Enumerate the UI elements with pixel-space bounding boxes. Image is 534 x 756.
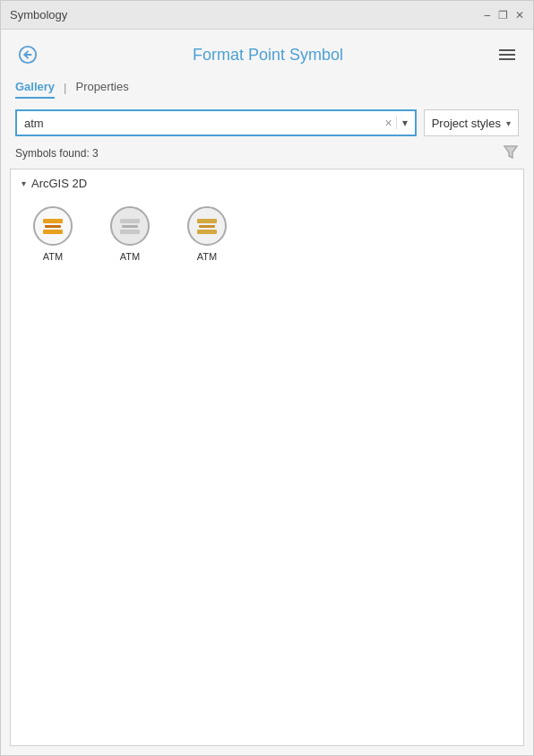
group-chevron-icon: ▾ (22, 178, 26, 188)
pin-icon[interactable]: ‒ (484, 9, 491, 22)
list-item[interactable]: ATM (176, 204, 238, 262)
symbol-icon-2 (108, 204, 151, 248)
atm-bar-mid-2 (122, 225, 138, 228)
arcgis-2d-group-header[interactable]: ▾ ArcGIS 2D (11, 169, 523, 197)
search-input[interactable] (24, 117, 385, 130)
atm-circle-2 (110, 206, 150, 246)
atm-bar-top-1 (43, 219, 63, 223)
page-title: Format Point Symbol (40, 46, 495, 65)
tab-separator: | (64, 81, 66, 94)
atm-bar-bottom-2 (120, 230, 140, 234)
symbology-panel: Symbology ‒ ❐ ✕ Format Point Symbol Gall… (0, 0, 534, 756)
atm-circle-3 (187, 206, 227, 246)
tab-gallery[interactable]: Gallery (15, 76, 55, 99)
atm-bar-mid-1 (45, 225, 61, 228)
title-bar: Symbology ‒ ❐ ✕ (1, 1, 533, 30)
gallery-content: ▾ ArcGIS 2D ATM (10, 169, 524, 746)
atm-bar-top-3 (197, 219, 217, 223)
symbol-grid: ATM ATM (11, 197, 523, 276)
detach-icon[interactable]: ❐ (498, 9, 508, 22)
panel-title: Symbology (10, 8, 67, 22)
atm-bar-bottom-3 (197, 230, 217, 234)
project-styles-dropdown[interactable]: Project styles ▾ (424, 109, 519, 136)
close-icon[interactable]: ✕ (515, 9, 524, 22)
header: Format Point Symbol (1, 30, 533, 67)
results-bar: Symbols found: 3 (1, 142, 533, 169)
symbol-label-3: ATM (197, 251, 217, 262)
atm-circle-1 (33, 206, 73, 246)
list-item[interactable]: ATM (22, 204, 84, 262)
project-styles-label: Project styles (432, 117, 501, 130)
title-bar-controls: ‒ ❐ ✕ (484, 9, 524, 22)
symbol-label-1: ATM (43, 251, 63, 262)
symbol-icon-3 (185, 204, 228, 248)
tab-properties[interactable]: Properties (75, 76, 128, 99)
symbol-icon-1 (31, 204, 74, 248)
svg-marker-2 (504, 146, 517, 158)
list-item[interactable]: ATM (99, 204, 161, 262)
hamburger-menu-icon[interactable] (495, 46, 519, 64)
atm-inner-1 (43, 219, 63, 234)
group-title: ArcGIS 2D (31, 177, 87, 190)
search-clear-icon[interactable]: × (385, 116, 392, 130)
back-button[interactable] (15, 42, 40, 67)
symbol-label-2: ATM (120, 251, 140, 262)
styles-dropdown-arrow: ▾ (506, 118, 511, 128)
search-box[interactable]: × ▾ (15, 109, 417, 136)
atm-bar-top-2 (120, 219, 140, 223)
atm-inner-3 (197, 219, 217, 234)
filter-icon[interactable] (503, 143, 519, 163)
search-dropdown-icon[interactable]: ▾ (396, 117, 408, 129)
tab-bar: Gallery | Properties (1, 67, 533, 99)
results-count: Symbols found: 3 (15, 147, 99, 160)
atm-bar-bottom-1 (43, 230, 63, 234)
atm-inner-2 (120, 219, 140, 234)
search-area: × ▾ Project styles ▾ (1, 99, 533, 142)
atm-bar-mid-3 (199, 225, 215, 228)
